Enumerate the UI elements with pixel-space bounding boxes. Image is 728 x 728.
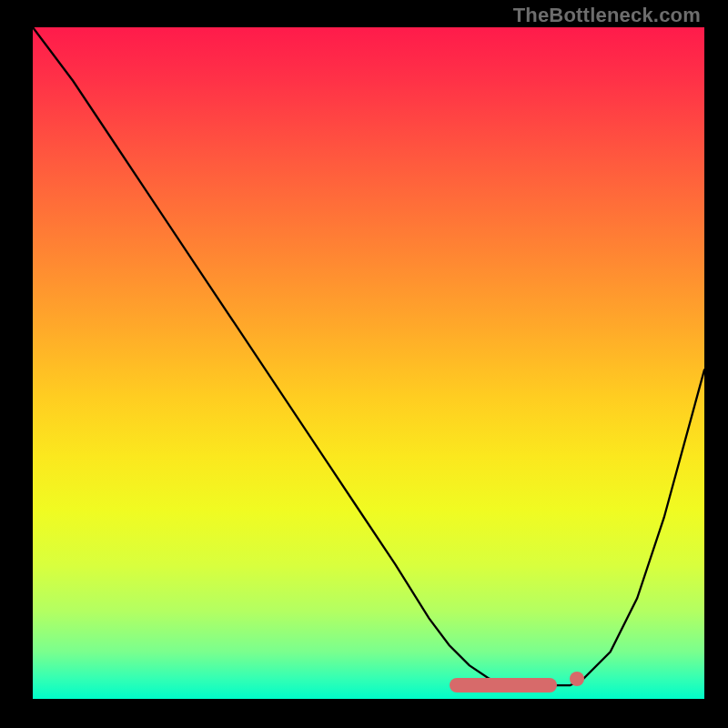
plot-area: [33, 27, 704, 699]
sweet-spot-marker: [450, 678, 557, 693]
bottleneck-curve: [33, 27, 704, 699]
watermark-text: TheBottleneck.com: [513, 4, 701, 27]
curve-dot-marker: [570, 672, 584, 686]
chart: TheBottleneck.com: [0, 0, 728, 728]
